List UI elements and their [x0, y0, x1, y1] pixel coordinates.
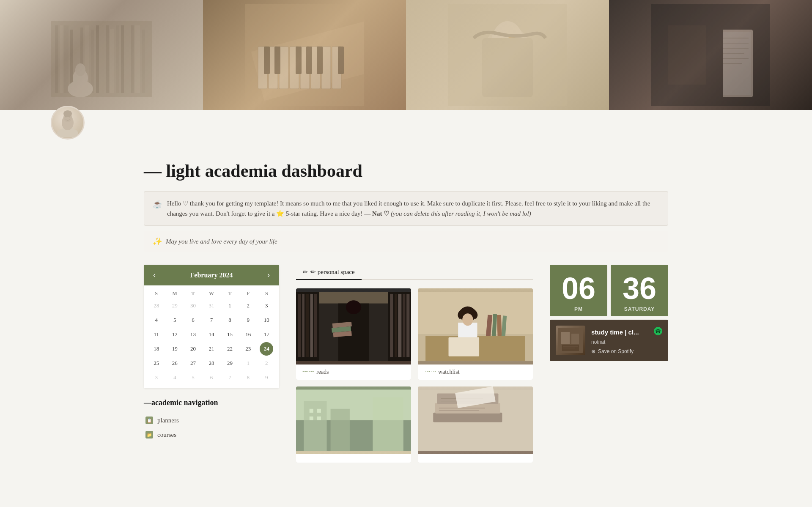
cal-day[interactable]: 21 — [205, 342, 218, 356]
svg-rect-94 — [449, 337, 480, 356]
tab-label-personal-space: ✏ personal space — [310, 268, 355, 276]
cal-day[interactable]: 25 — [150, 356, 163, 370]
cal-day[interactable]: 11 — [150, 328, 163, 341]
hero-panel-1 — [0, 0, 203, 110]
nav-item-courses[interactable]: 📁 courses — [144, 428, 279, 442]
photo-card-reads[interactable]: 〰〰 reads — [296, 288, 411, 380]
middle-column: ✏ ✏ personal space — [296, 265, 533, 463]
cal-day[interactable]: 9 — [260, 371, 273, 384]
spotify-track-title: study time | cl... — [591, 329, 639, 336]
cal-day[interactable]: 29 — [168, 299, 181, 312]
cal-day[interactable]: 2 — [241, 299, 255, 312]
cal-day[interactable]: 19 — [168, 342, 181, 356]
cal-day[interactable]: 8 — [223, 313, 236, 327]
clock-minute-panel: 36 SATURDAY — [611, 265, 668, 316]
calendar-widget: ‹ February 2024 › S M T W T F S — [144, 265, 279, 388]
cal-day[interactable]: 3 — [150, 371, 163, 384]
svg-rect-106 — [433, 413, 502, 422]
svg-rect-54 — [668, 25, 706, 85]
calendar-days: 28 29 30 31 1 2 3 4 5 6 7 8 9 1 — [147, 299, 276, 385]
cal-day[interactable]: 12 — [168, 328, 181, 341]
photo-card-watchlist[interactable]: 〰〰 watchlist — [418, 288, 533, 380]
day-header-s1: S — [147, 290, 165, 297]
svg-rect-73 — [403, 294, 405, 357]
cal-day[interactable]: 16 — [241, 328, 255, 341]
svg-rect-67 — [310, 294, 313, 357]
cal-day[interactable]: 7 — [223, 371, 236, 384]
cal-day[interactable]: 8 — [241, 371, 255, 384]
cal-day[interactable]: 5 — [187, 371, 200, 384]
tilde-watchlist: 〰〰 — [424, 369, 436, 375]
day-header-t2: T — [221, 290, 239, 297]
academic-nav-title: —academic navigation — [144, 398, 279, 407]
svg-rect-16 — [131, 25, 134, 93]
tab-personal-space[interactable]: ✏ ✏ personal space — [296, 265, 362, 280]
hero-panel-2 — [203, 0, 406, 110]
cal-day[interactable]: 9 — [241, 313, 255, 327]
cal-day[interactable]: 6 — [187, 313, 200, 327]
cal-day[interactable]: 10 — [260, 313, 273, 327]
cal-day[interactable]: 15 — [223, 328, 236, 341]
cal-day[interactable]: 22 — [223, 342, 236, 356]
clock-widget: 06 PM 36 SATURDAY — [550, 265, 668, 316]
cal-day[interactable]: 4 — [150, 313, 163, 327]
hero-panel-3 — [406, 0, 609, 110]
spotify-save-button[interactable]: ⊕ Save on Spotify — [591, 348, 662, 354]
day-header-t1: T — [184, 290, 202, 297]
svg-rect-33 — [274, 47, 280, 74]
cal-day[interactable]: 3 — [260, 299, 273, 312]
spotify-album-art — [556, 326, 585, 355]
svg-rect-100 — [373, 397, 403, 451]
photo-card-3[interactable] — [296, 386, 411, 463]
clock-hour-panel: 06 PM — [550, 265, 607, 316]
bust-container — [51, 106, 85, 140]
svg-rect-14 — [121, 25, 124, 93]
cal-day[interactable]: 28 — [150, 299, 163, 312]
cal-day[interactable]: 6 — [205, 371, 218, 384]
cal-day[interactable]: 31 — [205, 299, 218, 312]
spotify-widget[interactable]: study time | cl... notnat ⊕ — [550, 320, 668, 361]
cal-day[interactable]: 13 — [187, 328, 200, 341]
calendar-next-button[interactable]: › — [265, 270, 272, 280]
svg-rect-26 — [279, 47, 288, 89]
nav-label-planners: planners — [157, 417, 179, 424]
cal-day-today[interactable]: 24 — [260, 342, 273, 356]
cal-day[interactable]: 23 — [241, 342, 255, 356]
svg-rect-116 — [571, 334, 579, 344]
cal-day[interactable]: 1 — [241, 356, 255, 370]
info-icon: ☕ — [153, 198, 162, 211]
svg-point-80 — [346, 300, 361, 314]
cal-day[interactable]: 1 — [223, 299, 236, 312]
cal-day[interactable]: 18 — [150, 342, 163, 356]
spotify-logo-icon — [654, 327, 662, 337]
svg-rect-68 — [314, 294, 317, 357]
cal-day[interactable]: 27 — [187, 356, 200, 370]
cal-day[interactable]: 20 — [187, 342, 200, 356]
photo-card-4[interactable] — [418, 386, 533, 463]
cal-day[interactable]: 2 — [260, 356, 273, 370]
svg-rect-104 — [317, 417, 321, 420]
academic-nav: —academic navigation 📋 planners 📁 course… — [144, 398, 279, 442]
calendar-prev-button[interactable]: ‹ — [151, 270, 158, 280]
cal-day[interactable]: 17 — [260, 328, 273, 341]
spotify-save-label: Save on Spotify — [598, 348, 634, 354]
reads-label: reads — [316, 369, 329, 375]
photo-label-watchlist: 〰〰 watchlist — [418, 364, 533, 380]
photo-4-image — [418, 386, 533, 454]
svg-rect-3 — [64, 25, 69, 93]
right-column: 06 PM 36 SATURDAY — [550, 265, 668, 361]
nav-item-planners[interactable]: 📋 planners — [144, 413, 279, 428]
cal-day[interactable]: 7 — [205, 313, 218, 327]
cal-day[interactable]: 29 — [223, 356, 236, 370]
cal-day[interactable]: 30 — [187, 299, 200, 312]
personal-space-tabs: ✏ ✏ personal space — [296, 265, 533, 280]
cal-day[interactable]: 4 — [168, 371, 181, 384]
quote-box: ✨ May you live and love every day of you… — [144, 231, 668, 252]
cal-day[interactable]: 14 — [205, 328, 218, 341]
cal-day[interactable]: 26 — [168, 356, 181, 370]
svg-rect-15 — [126, 27, 129, 93]
left-column: ‹ February 2024 › S M T W T F S — [144, 265, 279, 442]
info-box: ☕ Hello ♡ thank you for getting my templ… — [144, 191, 668, 226]
cal-day[interactable]: 5 — [168, 313, 181, 327]
cal-day[interactable]: 28 — [205, 356, 218, 370]
